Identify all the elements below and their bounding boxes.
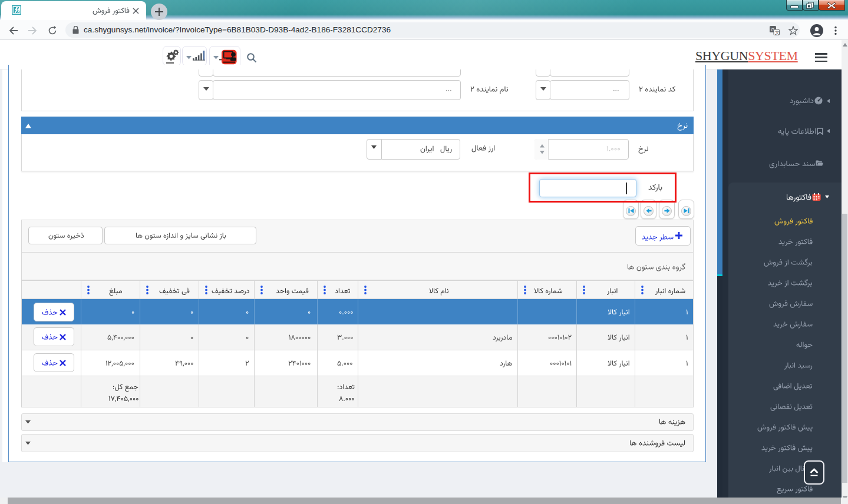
svg-text:文: 文 <box>775 30 780 35</box>
